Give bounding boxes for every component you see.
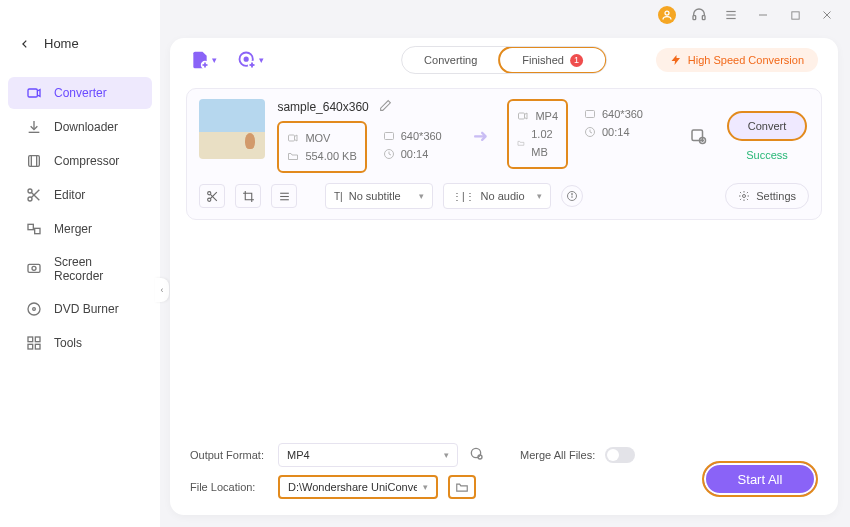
merge-toggle[interactable] [605, 447, 635, 463]
audio-dropdown[interactable]: ⋮|⋮No audio▾ [443, 183, 551, 209]
effects-button[interactable] [271, 184, 297, 208]
folder-icon [517, 137, 525, 149]
high-speed-conversion[interactable]: High Speed Conversion [656, 48, 818, 72]
sidebar-item-converter[interactable]: Converter [8, 77, 152, 109]
trim-button[interactable] [199, 184, 225, 208]
chevron-down-icon: ▾ [444, 450, 449, 460]
src-size: 554.00 KB [305, 147, 356, 165]
svg-point-0 [665, 11, 669, 15]
gear-icon [738, 190, 750, 202]
subtitle-value: No subtitle [349, 190, 401, 202]
tab-finished[interactable]: Finished1 [498, 46, 607, 74]
add-disc-button[interactable]: ▾ [237, 50, 264, 70]
disc-plus-icon [237, 50, 257, 70]
svg-rect-24 [28, 337, 33, 342]
sidebar-item-editor[interactable]: Editor [8, 179, 152, 211]
svg-point-56 [478, 455, 482, 459]
svg-point-21 [32, 266, 36, 270]
open-folder-button[interactable] [448, 475, 476, 499]
svg-point-14 [28, 189, 32, 193]
add-file-button[interactable]: ▾ [190, 50, 217, 70]
resolution-icon [584, 108, 596, 120]
start-all-button[interactable]: Start All [702, 461, 818, 497]
svg-rect-37 [384, 133, 393, 140]
svg-point-22 [28, 303, 40, 315]
file-plus-icon [190, 50, 210, 70]
tab-label: Finished [522, 54, 564, 66]
minimize-button[interactable] [754, 6, 772, 24]
sidebar-item-tools[interactable]: Tools [8, 327, 152, 359]
user-avatar[interactable] [658, 6, 676, 24]
maximize-button[interactable] [786, 6, 804, 24]
file-location-dropdown[interactable]: D:\Wondershare UniConverter 1▾ [278, 475, 438, 499]
dst-size: 1.02 MB [531, 125, 558, 161]
chevron-left-icon [20, 39, 30, 49]
info-button[interactable] [561, 185, 583, 207]
home-label: Home [44, 36, 79, 51]
source-format-box: MOV 554.00 KB [277, 121, 366, 173]
sidebar-item-label: Tools [54, 336, 82, 350]
merge-label: Merge All Files: [520, 449, 595, 461]
svg-point-45 [207, 198, 210, 201]
edit-name-icon[interactable] [379, 99, 392, 115]
conversion-item: sample_640x360 MOV 554.00 KB 640*360 00:… [186, 88, 822, 220]
svg-rect-19 [35, 228, 40, 233]
svg-rect-1 [693, 16, 696, 20]
dst-format: MP4 [535, 107, 558, 125]
target-meta-box: 640*360 00:14 [576, 99, 651, 169]
start-all-label: Start All [738, 472, 783, 487]
svg-point-15 [28, 197, 32, 201]
chevron-down-icon: ▾ [419, 191, 424, 201]
status-text: Success [746, 149, 788, 161]
close-button[interactable] [818, 6, 836, 24]
target-format-box: MP4 1.02 MB [507, 99, 568, 169]
back-home[interactable]: Home [0, 28, 160, 59]
tab-converting[interactable]: Converting [402, 47, 499, 73]
subtitle-dropdown[interactable]: T|No subtitle▾ [325, 183, 433, 209]
svg-point-54 [743, 195, 746, 198]
sidebar-item-label: Downloader [54, 120, 118, 134]
item-settings-button[interactable]: Settings [725, 183, 809, 209]
sidebar-item-compressor[interactable]: Compressor [8, 145, 152, 177]
sidebar-item-label: Compressor [54, 154, 119, 168]
converter-icon [26, 85, 42, 101]
dst-duration: 00:14 [602, 123, 630, 141]
folder-icon [287, 150, 299, 162]
file-location-label: File Location: [190, 481, 268, 493]
recorder-icon [26, 261, 42, 277]
main-panel: ▾ ▾ Converting Finished1 High Speed Conv… [170, 38, 838, 515]
source-meta-box: 640*360 00:14 [375, 121, 450, 173]
svg-rect-40 [586, 111, 595, 118]
menu-icon[interactable] [722, 6, 740, 24]
video-thumbnail[interactable] [199, 99, 265, 159]
sidebar-item-dvd-burner[interactable]: DVD Burner [8, 293, 152, 325]
sidebar-item-merger[interactable]: Merger [8, 213, 152, 245]
chevron-down-icon: ▾ [537, 191, 542, 201]
sidebar-item-label: Converter [54, 86, 107, 100]
preset-icon[interactable] [468, 445, 488, 465]
crop-button[interactable] [235, 184, 261, 208]
svg-rect-10 [28, 89, 37, 97]
tab-label: Converting [424, 54, 477, 66]
sidebar-collapse[interactable]: ‹ [155, 278, 169, 302]
sidebar-item-downloader[interactable]: Downloader [8, 111, 152, 143]
chevron-down-icon: ▾ [259, 55, 264, 65]
audio-value: No audio [481, 190, 525, 202]
sidebar-item-screen-recorder[interactable]: Screen Recorder [8, 247, 152, 291]
headset-icon[interactable] [690, 6, 708, 24]
svg-rect-18 [28, 224, 33, 229]
grid-icon [26, 335, 42, 351]
sidebar-item-label: Editor [54, 188, 85, 202]
svg-point-32 [245, 58, 248, 61]
dst-resolution: 640*360 [602, 105, 643, 123]
convert-label: Convert [748, 120, 787, 132]
convert-button[interactable]: Convert [727, 111, 807, 141]
output-format-dropdown[interactable]: MP4▾ [278, 443, 458, 467]
item-settings-icon[interactable] [683, 127, 713, 145]
status-tabs: Converting Finished1 [401, 46, 607, 74]
svg-rect-7 [791, 11, 798, 18]
video-icon [287, 132, 299, 144]
svg-rect-25 [35, 337, 40, 342]
download-icon [26, 119, 42, 135]
file-location-value: D:\Wondershare UniConverter 1 [288, 481, 417, 493]
